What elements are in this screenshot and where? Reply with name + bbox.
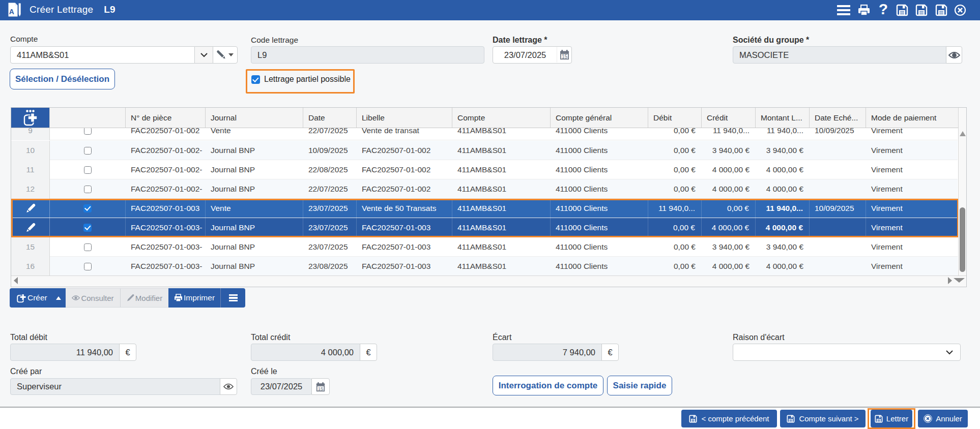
svg-text:15: 15	[561, 54, 567, 59]
svg-text:15: 15	[318, 385, 324, 391]
svg-text:A: A	[9, 8, 14, 16]
